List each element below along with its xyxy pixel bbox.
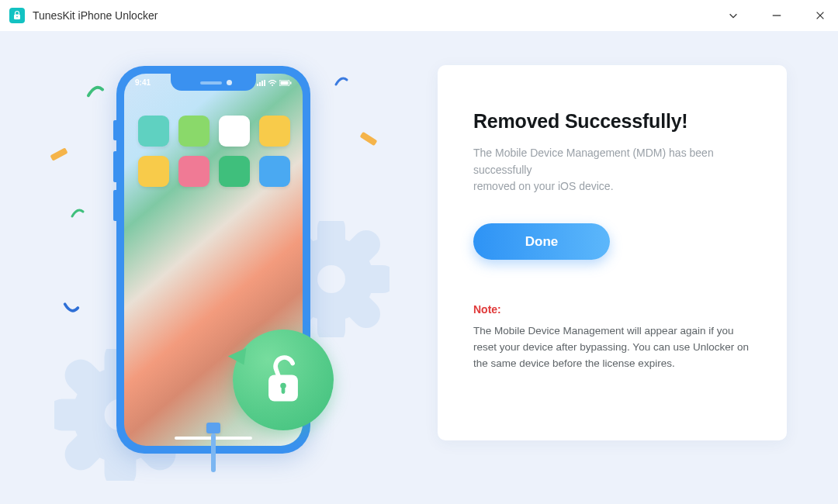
app-tile — [259, 116, 290, 147]
status-icons — [257, 78, 292, 87]
dropdown-button[interactable] — [722, 4, 745, 27]
svg-line-19 — [81, 375, 92, 387]
svg-rect-23 — [257, 84, 258, 86]
close-button[interactable] — [809, 4, 832, 27]
titlebar: TunesKit iPhone Unlocker — [0, 0, 838, 31]
result-description: The Mobile Device Management (MDM) has b… — [473, 145, 751, 195]
svg-rect-30 — [290, 81, 292, 84]
minimize-button[interactable] — [765, 4, 788, 27]
app-tile — [259, 156, 290, 187]
svg-point-1 — [16, 16, 18, 18]
note-label: Note: — [473, 303, 751, 316]
svg-line-22 — [81, 443, 92, 454]
app-tile — [138, 116, 169, 147]
illustration-pane: 9:41 — [0, 31, 419, 504]
svg-rect-33 — [282, 387, 286, 394]
app-tile — [138, 156, 169, 187]
svg-line-12 — [356, 244, 367, 255]
app-tile — [219, 156, 250, 187]
app-tile — [178, 156, 210, 187]
unlock-badge — [233, 330, 334, 430]
note-body: The Mobile Device Management will appear… — [473, 323, 751, 372]
unlock-icon — [261, 353, 306, 407]
status-time: 9:41 — [135, 78, 151, 87]
result-card: Removed Successfully! The Mobile Device … — [438, 65, 787, 440]
svg-line-11 — [356, 304, 367, 315]
svg-point-27 — [272, 85, 273, 86]
svg-rect-24 — [259, 82, 261, 86]
cable-icon — [206, 423, 220, 469]
window-controls — [722, 0, 832, 31]
svg-rect-29 — [281, 81, 289, 85]
done-button[interactable]: Done — [473, 223, 610, 260]
app-lock-icon — [9, 8, 25, 23]
app-title: TunesKit iPhone Unlocker — [33, 9, 158, 22]
result-heading: Removed Successfully! — [473, 110, 751, 133]
app-tile — [178, 116, 210, 147]
svg-rect-26 — [264, 80, 265, 86]
app-grid — [138, 116, 289, 187]
app-tile — [219, 116, 250, 147]
svg-rect-25 — [261, 81, 263, 86]
phone-illustration: 9:41 — [116, 66, 310, 454]
